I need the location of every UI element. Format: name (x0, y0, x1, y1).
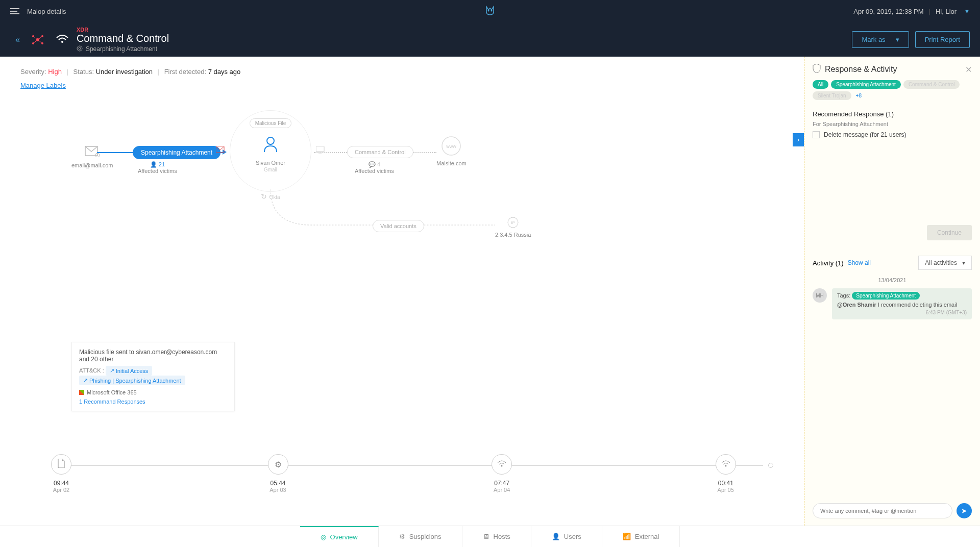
svg-line-8 (38, 36, 42, 40)
source-label: Microsoft Office 365 (87, 389, 137, 395)
activity-date: 13/04/2021 (813, 277, 972, 283)
valid-accounts-pill[interactable]: Valid accounts (373, 220, 424, 232)
gear-icon: ⚙ (399, 533, 405, 540)
recommended-response-sub: For Spearphishing Attachment (813, 121, 972, 127)
divider: | (929, 8, 930, 15)
timeline-end (768, 463, 773, 468)
comment-input[interactable] (813, 503, 952, 518)
svg-point-1 (491, 10, 493, 11)
svg-point-11 (61, 41, 63, 43)
target-icon: ◎ (321, 533, 326, 541)
bubble-time: 6:43 PM (GMT+3) (837, 310, 967, 315)
severity-value: High (48, 68, 62, 76)
tab-suspicions[interactable]: ⚙Suspicions (379, 526, 462, 548)
user-icon: 👤 (552, 533, 560, 540)
send-button[interactable]: ➤ (957, 503, 972, 518)
show-all-link[interactable]: Show all (848, 259, 871, 266)
detected-value: 7 days ago (208, 68, 241, 76)
malop-title: Command & Control (77, 33, 169, 44)
timeline-node[interactable]: 07:47 Apr 04 (492, 454, 512, 493)
wifi-icon (56, 33, 69, 47)
xdr-badge: XDR (77, 27, 169, 33)
user-icon (261, 135, 280, 158)
chat-icon: 💬 4 (369, 161, 380, 168)
svg-point-13 (79, 47, 81, 49)
recommended-response-title: Recomended Response (1) (813, 110, 972, 118)
tag-all[interactable]: All (813, 80, 828, 89)
tab-hosts[interactable]: 🖥Hosts (462, 526, 531, 548)
panel-title: Response & Activity (825, 65, 897, 74)
tag-cc[interactable]: Command & Control (903, 80, 960, 89)
bubble-tag[interactable]: Spearphishing Attachment (852, 292, 920, 300)
svg-line-9 (33, 40, 38, 43)
print-report-button[interactable]: Print Report (915, 31, 970, 48)
shield-icon (813, 64, 821, 75)
attack-graph: email@mail.com Spearphishing Attachment … (20, 105, 783, 299)
tag-spearphishing[interactable]: Spearphishing Attachment (831, 80, 901, 89)
user-menu-dropdown[interactable]: ▼ (964, 8, 970, 14)
timeline-node[interactable]: 00:41 Apr 05 (716, 454, 736, 493)
status-bar: Severity: High | Status: Under investiga… (20, 68, 783, 76)
tab-overview[interactable]: ◎Overview (300, 526, 379, 548)
ms-icon (79, 390, 84, 395)
delete-message-label: Delete message (for 21 users) (824, 131, 906, 138)
svg-text:www: www (446, 144, 457, 149)
tab-users[interactable]: 👤Users (531, 526, 602, 548)
malop-subtitle: Spearphishing Attachment (86, 45, 157, 53)
close-icon[interactable]: ✕ (965, 65, 972, 74)
menu-icon[interactable] (10, 8, 19, 14)
cc-pill[interactable]: Command & Control (347, 146, 413, 158)
info-card: Malicious file sent to sivan.omer@cybere… (71, 342, 235, 411)
attck-tag-initial[interactable]: ↗ Initial Access (106, 366, 153, 376)
gear-icon: ⚙ (275, 460, 282, 469)
activity-title: Activity (1) (813, 259, 844, 267)
timeline-node[interactable]: 09:44 Apr 02 (51, 454, 71, 493)
center-node[interactable]: Malicious File Sivan Omer Gmail ↻ Okta (230, 110, 311, 192)
mail-alert-icon (216, 146, 225, 156)
center-sub: Gmail (264, 167, 277, 172)
continue-button[interactable]: Continue (927, 225, 972, 240)
timeline: 09:44 Apr 02 ⚙ 05:44 Apr 03 07:47 Apr 04… (51, 454, 773, 495)
manage-labels-link[interactable]: Manage Labels (20, 82, 66, 89)
collapse-panel-button[interactable]: › (793, 133, 804, 146)
spearphishing-pill[interactable]: Spearphishing Attachment (133, 146, 220, 159)
tag-trojan[interactable]: Silent Trojan (813, 91, 851, 100)
svg-point-12 (77, 46, 82, 51)
status-value: Under investigation (96, 68, 153, 76)
delete-message-checkbox[interactable] (813, 131, 820, 138)
logo-owl-icon (483, 6, 497, 17)
svg-point-24 (501, 465, 503, 467)
avatar: MH (813, 288, 827, 303)
svg-text:IP: IP (511, 220, 515, 225)
www-icon: www (441, 136, 461, 157)
malicious-file-badge: Malicious File (250, 118, 292, 128)
card-title: Malicious file sent to sivan.omer@cybere… (79, 349, 227, 363)
activity-bubble: Tags: Spearphishing Attachment @Oren Sha… (832, 288, 972, 319)
tag-more[interactable]: +8 (854, 91, 864, 100)
tab-external[interactable]: 📶External (602, 526, 680, 548)
user-greeting: Hi, Lior (936, 8, 957, 15)
chevron-down-icon: ▾ (962, 259, 965, 266)
mark-as-button[interactable]: Mark as▾ (852, 31, 909, 48)
back-button[interactable]: « (15, 35, 20, 44)
timeline-node[interactable]: ⚙ 05:44 Apr 03 (268, 454, 288, 493)
datetime: Apr 09, 2019, 12:38 PM (853, 8, 923, 15)
cc-victims-label: Affected victims (355, 168, 394, 174)
ip-label: 2.3.4.5 Russia (495, 232, 531, 238)
person-icon: 👤 21 (150, 161, 165, 168)
wifi-icon: 📶 (623, 533, 631, 540)
monitor-icon (316, 146, 325, 156)
curve-line (271, 189, 510, 240)
svg-point-17 (267, 137, 274, 144)
affected-victims-label: Affected victims (138, 168, 177, 174)
svg-point-0 (488, 10, 489, 11)
svg-line-7 (33, 36, 38, 40)
svg-line-10 (38, 40, 42, 43)
recommended-responses-link[interactable]: 1 Recommand Responses (79, 399, 227, 405)
attck-tag-phishing[interactable]: ↗ Phishing | Spearphishing Attachment (79, 376, 185, 385)
activity-filter-dropdown[interactable]: All activities▾ (918, 256, 972, 270)
monitor-icon: 🖥 (483, 533, 489, 540)
wifi-icon (721, 460, 730, 469)
center-user-name: Sivan Omer (256, 160, 285, 166)
response-activity-panel: Response & Activity ✕ All Spearphishing … (804, 57, 980, 526)
